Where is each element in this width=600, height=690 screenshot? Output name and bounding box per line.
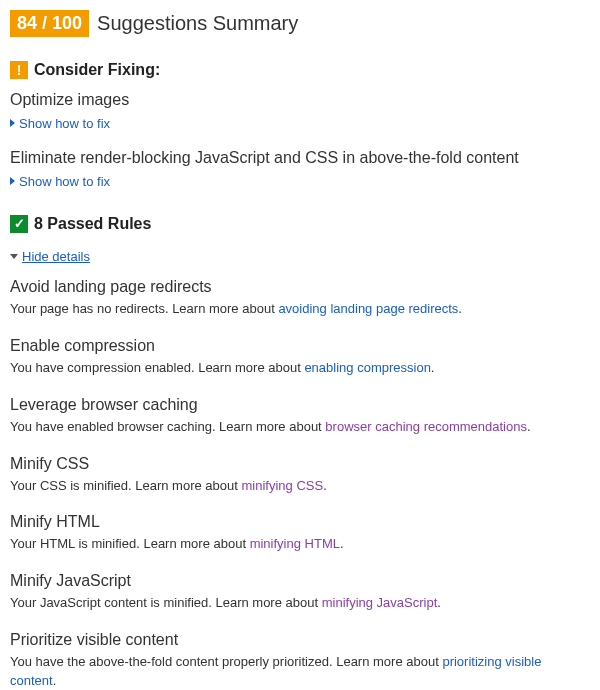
passed-rule-title: Avoid landing page redirects xyxy=(10,278,590,296)
passed-rule-desc-text: You have the above-the-fold content prop… xyxy=(10,654,442,669)
learn-more-link[interactable]: browser caching recommendations xyxy=(325,419,527,434)
passed-rules-list: Avoid landing page redirectsYour page ha… xyxy=(10,278,590,690)
passed-rule-desc: You have compression enabled. Learn more… xyxy=(10,359,590,378)
passed-rule: Prioritize visible contentYou have the a… xyxy=(10,631,590,690)
page-header: 84 / 100 Suggestions Summary xyxy=(10,10,590,37)
passed-rule-title: Minify CSS xyxy=(10,455,590,473)
learn-more-link[interactable]: minifying CSS xyxy=(241,478,323,493)
learn-more-link[interactable]: minifying JavaScript xyxy=(322,595,438,610)
learn-more-link[interactable]: minifying HTML xyxy=(250,536,340,551)
period: . xyxy=(323,478,327,493)
passed-rules-header: ✓ 8 Passed Rules xyxy=(10,215,590,233)
passed-rule: Avoid landing page redirectsYour page ha… xyxy=(10,278,590,319)
passed-rule-desc-text: Your CSS is minified. Learn more about xyxy=(10,478,241,493)
passed-rule-title: Leverage browser caching xyxy=(10,396,590,414)
score-badge: 84 / 100 xyxy=(10,10,89,37)
period: . xyxy=(340,536,344,551)
passed-rule-desc: Your CSS is minified. Learn more about m… xyxy=(10,477,590,496)
show-fix-row: Show how to fix xyxy=(10,113,590,131)
period: . xyxy=(458,301,462,316)
fix-rule: Eliminate render-blocking JavaScript and… xyxy=(10,149,590,189)
show-how-to-fix-label: Show how to fix xyxy=(19,116,110,131)
passed-rule-desc-text: You have compression enabled. Learn more… xyxy=(10,360,304,375)
show-how-to-fix-link[interactable]: Show how to fix xyxy=(10,174,110,189)
passed-rule-desc-text: Your JavaScript content is minified. Lea… xyxy=(10,595,322,610)
period: . xyxy=(53,673,57,688)
passed-rule-title: Prioritize visible content xyxy=(10,631,590,649)
passed-rule: Leverage browser cachingYou have enabled… xyxy=(10,396,590,437)
hide-details-link[interactable]: Hide details xyxy=(10,249,90,264)
hide-details-label: Hide details xyxy=(22,249,90,264)
passed-rule-desc: Your JavaScript content is minified. Lea… xyxy=(10,594,590,613)
period: . xyxy=(527,419,531,434)
show-fix-row: Show how to fix xyxy=(10,171,590,189)
consider-fixing-title: Consider Fixing: xyxy=(34,61,160,79)
period: . xyxy=(437,595,441,610)
fix-rule-title: Eliminate render-blocking JavaScript and… xyxy=(10,149,590,167)
show-how-to-fix-link[interactable]: Show how to fix xyxy=(10,116,110,131)
passed-rule: Minify HTMLYour HTML is minified. Learn … xyxy=(10,513,590,554)
passed-rule: Minify JavaScriptYour JavaScript content… xyxy=(10,572,590,613)
page-title: Suggestions Summary xyxy=(97,12,298,35)
consider-fixing-header: ! Consider Fixing: xyxy=(10,61,590,79)
passed-rule-desc: Your page has no redirects. Learn more a… xyxy=(10,300,590,319)
chevron-down-icon xyxy=(10,254,18,259)
passed-rule: Enable compressionYou have compression e… xyxy=(10,337,590,378)
warning-icon: ! xyxy=(10,61,28,79)
fix-rule-title: Optimize images xyxy=(10,91,590,109)
learn-more-link[interactable]: avoiding landing page redirects xyxy=(278,301,458,316)
passed-rule-desc: Your HTML is minified. Learn more about … xyxy=(10,535,590,554)
passed-rule-desc: You have the above-the-fold content prop… xyxy=(10,653,590,690)
passed-rule: Minify CSSYour CSS is minified. Learn mo… xyxy=(10,455,590,496)
passed-rule-title: Minify JavaScript xyxy=(10,572,590,590)
consider-fixing-list: Optimize imagesShow how to fixEliminate … xyxy=(10,91,590,189)
period: . xyxy=(431,360,435,375)
chevron-right-icon xyxy=(10,177,15,185)
passed-rule-desc-text: Your page has no redirects. Learn more a… xyxy=(10,301,278,316)
chevron-right-icon xyxy=(10,119,15,127)
check-icon: ✓ xyxy=(10,215,28,233)
passed-rule-desc-text: Your HTML is minified. Learn more about xyxy=(10,536,250,551)
learn-more-link[interactable]: enabling compression xyxy=(304,360,430,375)
passed-rules-title: 8 Passed Rules xyxy=(34,215,151,233)
passed-rule-desc: You have enabled browser caching. Learn … xyxy=(10,418,590,437)
show-how-to-fix-label: Show how to fix xyxy=(19,174,110,189)
passed-rule-title: Minify HTML xyxy=(10,513,590,531)
passed-rule-desc-text: You have enabled browser caching. Learn … xyxy=(10,419,325,434)
hide-details-row: Hide details xyxy=(10,245,590,264)
passed-rule-title: Enable compression xyxy=(10,337,590,355)
fix-rule: Optimize imagesShow how to fix xyxy=(10,91,590,131)
